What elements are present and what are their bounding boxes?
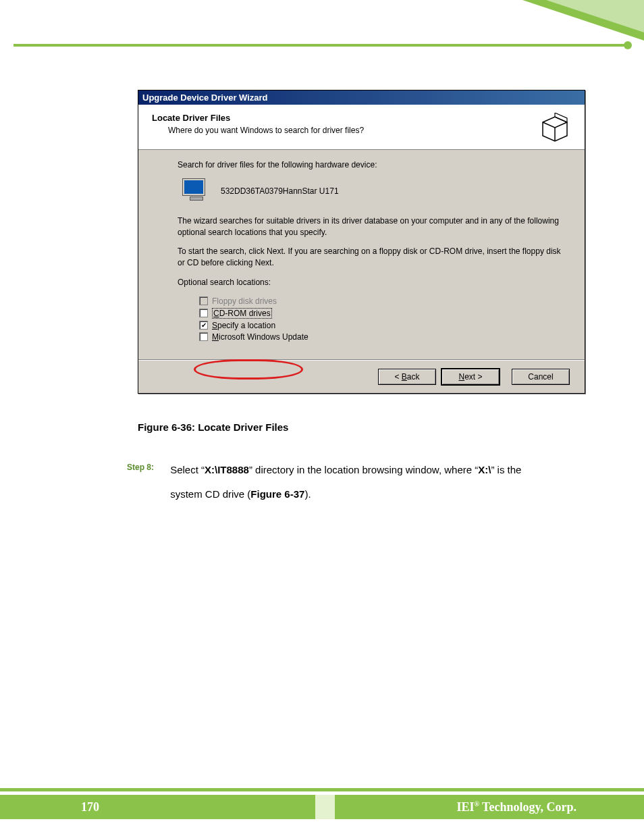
page-number: 170: [0, 795, 315, 819]
checkbox-msupdate[interactable]: [199, 332, 208, 341]
device-name: 532DD36TA0379HannStar U171: [221, 186, 339, 196]
wizard-subheading: Where do you want Windows to search for …: [168, 126, 364, 135]
wizard-heading: Locate Driver Files: [152, 113, 364, 123]
figure-caption: Figure 6-36: Locate Driver Files: [138, 421, 288, 433]
step-8-row: Step 8: Select “X:\IT8888” directory in …: [127, 458, 559, 506]
checkbox-specify[interactable]: ✔: [199, 321, 208, 330]
checkbox-floppy[interactable]: [199, 296, 208, 305]
driver-box-icon: [539, 113, 571, 142]
device-row: 532DD36TA0379HannStar U171: [183, 179, 566, 203]
wizard-title-text: Upgrade Device Driver Wizard: [142, 93, 268, 103]
options-label: Optional search locations:: [178, 277, 566, 288]
svg-marker-2: [555, 113, 567, 122]
wizard-paragraph-2: To start the search, click Next. If you …: [178, 246, 566, 269]
option-cdrom-label: CD-ROM drives: [212, 308, 272, 319]
search-prompt: Search for driver files for the followin…: [178, 159, 566, 171]
wizard-body: Search for driver files for the followin…: [138, 150, 585, 360]
wizard-header-panel: Locate Driver Files Where do you want Wi…: [138, 105, 585, 150]
wizard-titlebar: Upgrade Device Driver Wizard: [138, 90, 585, 105]
page-footer: 170 IEI® Technology, Corp.: [0, 788, 644, 834]
option-specify-label: Specify a location: [212, 321, 275, 330]
next-button[interactable]: Next >: [441, 369, 500, 385]
step-text: Select “X:\IT8888” directory in the loca…: [170, 458, 548, 506]
wizard-dialog: Upgrade Device Driver Wizard Locate Driv…: [138, 90, 585, 394]
page-header-decoration: [0, 0, 644, 47]
option-cdrom[interactable]: CD-ROM drives: [199, 308, 566, 319]
checkbox-cdrom[interactable]: [199, 309, 208, 317]
cancel-button[interactable]: Cancel: [512, 369, 570, 385]
option-floppy[interactable]: Floppy disk drives: [199, 296, 566, 306]
step-label: Step 8:: [127, 458, 167, 477]
wizard-header-text: Locate Driver Files Where do you want Wi…: [152, 113, 364, 135]
header-divider: [14, 44, 628, 47]
option-msupdate-label: Microsoft Windows Update: [212, 332, 308, 342]
wizard-button-row: < Back Next > Cancel: [138, 360, 585, 393]
back-button[interactable]: < Back: [378, 369, 436, 385]
wizard-paragraph-1: The wizard searches for suitable drivers…: [178, 215, 566, 238]
options-list: Floppy disk drives CD-ROM drives ✔ Speci…: [199, 296, 566, 342]
monitor-icon: [183, 179, 210, 203]
option-windows-update[interactable]: Microsoft Windows Update: [199, 332, 566, 342]
option-floppy-label: Floppy disk drives: [212, 296, 277, 306]
company-name: IEI® Technology, Corp.: [335, 795, 644, 819]
option-specify-location[interactable]: ✔ Specify a location: [199, 321, 566, 330]
